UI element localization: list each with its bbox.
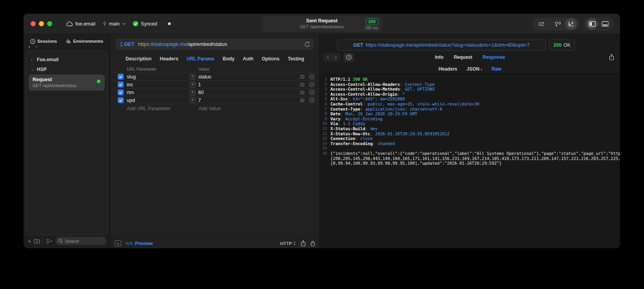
tab-auth[interactable]: Auth <box>243 56 254 62</box>
chevron-down-icon <box>122 23 126 25</box>
chevron-right-icon[interactable]: › <box>31 58 34 62</box>
code-line: 8 Date: Mon, 26 Jan 2026 20:29:59 GMT <box>320 111 620 116</box>
code-area[interactable]: 1 HTTP/1.1 200 OK 2 Access-Control-Allow… <box>320 74 620 248</box>
param-value[interactable]: 1 <box>198 82 201 87</box>
line-content: Content-Type: application/json; charset=… <box>330 107 620 112</box>
add-param-row[interactable]: Add URL Parameter Add Value <box>110 104 319 113</box>
sync-status[interactable]: Synced <box>133 21 157 27</box>
line-number: 12 <box>320 131 330 136</box>
line-number: 4 <box>320 92 330 97</box>
forward-button[interactable] <box>332 55 339 60</box>
tab-response[interactable]: Response <box>482 55 505 60</box>
activity-pill[interactable]: Sent Request GET /api/embed/status 200 2… <box>262 16 382 32</box>
request-panel: GET https://statuspage.me/api/embed/stat… <box>110 34 320 248</box>
remove-param-icon[interactable] <box>308 74 315 79</box>
resend-request-button[interactable] <box>305 41 310 47</box>
remove-session-button[interactable]: − <box>35 45 38 50</box>
export-response-icon[interactable] <box>609 54 614 60</box>
zoom-window-button[interactable] <box>47 21 52 26</box>
toggle-sidebar-button[interactable] <box>586 18 598 30</box>
param-row: slug = status <box>110 73 319 81</box>
response-url-box[interactable]: GET https://statuspage.me/api/embed/stat… <box>337 40 546 51</box>
remove-param-icon[interactable] <box>308 82 315 87</box>
code-line: 15 <box>320 146 620 151</box>
remove-param-icon[interactable] <box>308 90 315 95</box>
code-line: 1 HTTP/1.1 200 OK <box>320 77 620 82</box>
method-selector-arrows-icon[interactable] <box>120 42 123 47</box>
add-param-name-placeholder[interactable]: Add URL Parameter <box>127 106 187 111</box>
subtab-json[interactable]: JSON▾ <box>467 66 482 72</box>
param-value[interactable]: status <box>198 74 211 80</box>
param-name[interactable]: rtm <box>127 90 187 95</box>
param-value[interactable]: 60 <box>198 90 204 95</box>
subtab-headers[interactable]: Headers <box>439 66 457 72</box>
request-list-item-selected[interactable]: Request GET /api/embed/status <box>29 75 105 91</box>
search-input[interactable]: Search <box>55 237 106 245</box>
method-selector[interactable]: GET <box>124 41 135 47</box>
history-clock-button[interactable] <box>343 53 354 62</box>
tab-body[interactable]: Body <box>223 56 235 62</box>
param-checkbox[interactable] <box>118 82 124 87</box>
branch-switcher[interactable]: main <box>102 21 126 27</box>
tab-options[interactable]: Options <box>262 56 279 62</box>
param-checkbox[interactable] <box>118 97 124 103</box>
display-options-button[interactable] <box>46 239 53 244</box>
chevron-down-icon[interactable]: ⌄ <box>31 67 34 71</box>
subtab-raw[interactable]: Raw <box>492 66 502 72</box>
param-name[interactable]: inc <box>127 82 187 87</box>
tab-url-params[interactable]: URL Params <box>186 56 214 62</box>
param-checkbox[interactable] <box>118 89 124 95</box>
header-separator: : <box>348 96 353 101</box>
header-value: chunked <box>378 141 395 146</box>
tree-item-foe-email[interactable]: › Foe.email <box>28 55 106 64</box>
code-line: 5 Alt-Svc: h3=":443"; ma=2592000 <box>320 96 620 102</box>
add-session-button[interactable]: + <box>28 45 31 50</box>
preview-button[interactable]: </> Preview <box>126 241 153 246</box>
tree-item-hsp[interactable]: ⌄ HSP <box>28 64 106 74</box>
success-dot-icon <box>97 80 100 83</box>
header-separator: : <box>338 121 343 126</box>
toolbar-group-panels <box>584 17 614 31</box>
request-url-bar[interactable]: GET https://statuspage.me/api/embed/stat… <box>116 38 314 50</box>
tab-sessions[interactable]: Sessions <box>30 39 57 44</box>
add-param-value-placeholder[interactable]: Add Value <box>190 106 296 111</box>
reorder-handle-icon[interactable] <box>299 75 305 79</box>
url-host: statuspage.me <box>153 41 187 47</box>
sort-list-button[interactable] <box>535 18 547 30</box>
param-name[interactable]: upd <box>127 98 187 103</box>
line-number: 10 <box>320 121 330 126</box>
new-folder-button[interactable] <box>34 238 40 244</box>
lock-icon[interactable] <box>310 240 315 246</box>
tab-info[interactable]: Info <box>435 55 443 60</box>
back-button[interactable] <box>324 55 332 60</box>
tab-request[interactable]: Request <box>454 55 472 60</box>
minimize-window-button[interactable] <box>39 21 44 26</box>
app-window: foe.email main Synced Sent Reque <box>24 14 620 248</box>
toggle-bottom-panel-button[interactable] <box>599 18 611 30</box>
tab-environments[interactable]: Environments <box>66 39 103 44</box>
expand-panel-button[interactable]: ▲ <box>115 240 121 246</box>
reorder-handle-icon[interactable] <box>299 83 305 87</box>
remove-param-icon[interactable] <box>308 98 315 103</box>
request-footer: ▲ </> Preview HTTP <box>110 238 319 248</box>
tab-testing[interactable]: Testing <box>288 56 304 62</box>
http-version-selector[interactable]: HTTP <box>280 241 296 246</box>
activity-status: 200 280 ms <box>365 18 378 30</box>
param-value[interactable]: 7 <box>198 98 201 103</box>
workspace-switcher[interactable]: foe.email <box>66 21 95 27</box>
param-name[interactable]: slug <box>127 74 187 80</box>
header-name: Access-Control-Allow-Methods <box>330 87 400 91</box>
header-separator: : <box>370 131 375 136</box>
reorder-handle-icon[interactable] <box>299 98 305 102</box>
branch-name: main <box>109 21 120 27</box>
tab-description[interactable]: Description <box>126 56 151 62</box>
reorder-handle-icon[interactable] <box>299 91 305 95</box>
share-icon[interactable] <box>301 240 306 247</box>
new-request-button[interactable]: + <box>28 239 31 243</box>
close-window-button[interactable] <box>31 21 36 26</box>
tab-headers[interactable]: Headers <box>160 56 178 62</box>
import-export-button[interactable] <box>565 18 577 30</box>
param-checkbox[interactable] <box>118 74 124 80</box>
flow-button[interactable] <box>552 18 564 30</box>
response-panel: GET https://statuspage.me/api/embed/stat… <box>320 34 620 248</box>
